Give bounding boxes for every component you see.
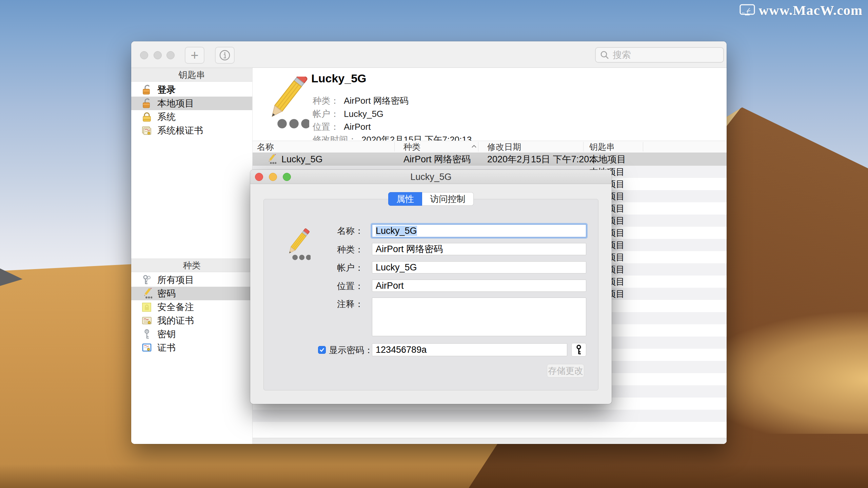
- sidebar-item-system-roots[interactable]: 系统根证书: [131, 124, 252, 137]
- table-row-empty: [253, 422, 727, 434]
- certificates-icon: [141, 125, 152, 136]
- table-header: 名称 种类 修改日期 钥匙串: [253, 141, 727, 153]
- info-icon: [219, 49, 231, 61]
- sidebar-item-system[interactable]: 系统: [131, 110, 252, 124]
- item-info-dialog: Lucky_5G 属性 访问控制 名称： Lucky_5G 种类： AirPor…: [250, 170, 612, 404]
- sidebar-item-local-items[interactable]: 本地项目: [131, 97, 252, 110]
- wallpaper-bottom-shade: [0, 464, 868, 488]
- name-field[interactable]: Lucky_5G: [372, 224, 586, 237]
- checkmark-icon: [319, 347, 325, 353]
- minimize-button[interactable]: [269, 173, 277, 181]
- detail-kind-row: 种类：AirPort 网络密码: [313, 95, 409, 107]
- password-pencil-icon-large: [258, 77, 309, 134]
- password-assistant-button[interactable]: [571, 343, 586, 357]
- close-button[interactable]: [255, 173, 263, 181]
- unlocked-padlock-icon: [141, 84, 152, 95]
- key-icon: [141, 329, 152, 340]
- plus-icon: +: [191, 48, 198, 63]
- window-toolbar: + 搜索: [131, 41, 727, 68]
- unlocked-padlock-icon: [141, 98, 152, 109]
- password-pencil-icon-small: [266, 154, 276, 164]
- zoom-button-inactive[interactable]: [166, 51, 175, 59]
- account-field[interactable]: Lucky_5G: [372, 261, 586, 273]
- sidebar-item-login[interactable]: 登录: [131, 83, 252, 97]
- search-placeholder: 搜索: [613, 49, 631, 61]
- my-cert-icon: [141, 315, 152, 326]
- kind-label: 种类：: [301, 243, 363, 256]
- dialog-titlebar: Lucky_5G: [250, 170, 612, 184]
- detail-account-row: 帐户：Lucky_5G: [313, 108, 383, 120]
- tab-attributes[interactable]: 属性: [388, 192, 422, 206]
- sidebar-item-all-items[interactable]: 所有项目: [131, 273, 252, 287]
- comments-field[interactable]: [372, 298, 586, 336]
- column-header-date[interactable]: 修改日期: [487, 141, 521, 152]
- selected-text: Lucky_5G: [376, 226, 417, 236]
- where-field[interactable]: AirPort: [372, 280, 586, 292]
- item-detail-header: Lucky_5G 种类：AirPort 网络密码 帐户：Lucky_5G 位置：…: [253, 68, 727, 141]
- get-info-button[interactable]: [215, 47, 235, 64]
- sidebar-item-passwords[interactable]: 密码: [131, 287, 252, 300]
- key-icon: [575, 345, 583, 355]
- search-input[interactable]: 搜索: [595, 47, 724, 63]
- watermark-text: www.MacW.com: [758, 2, 863, 18]
- where-label: 位置：: [301, 280, 363, 292]
- account-label: 帐户：: [301, 261, 363, 274]
- keys-icon: [141, 274, 152, 285]
- secure-note-icon: [141, 302, 152, 312]
- close-button-inactive[interactable]: [140, 51, 148, 59]
- column-divider[interactable]: [583, 142, 584, 151]
- column-divider[interactable]: [643, 142, 643, 151]
- watermark: www.MacW.com: [739, 2, 863, 18]
- minimize-button-inactive[interactable]: [154, 51, 162, 59]
- zoom-button[interactable]: [283, 173, 291, 181]
- item-title: Lucky_5G: [311, 72, 367, 85]
- password-pencil-icon: [141, 288, 152, 299]
- sort-ascending-icon: [471, 145, 477, 148]
- show-password-label: 显示密码：: [329, 344, 373, 357]
- sidebar-item-secure-notes[interactable]: 安全备注: [131, 300, 252, 314]
- detail-where-row: 位置：AirPort: [313, 121, 371, 133]
- add-item-button[interactable]: +: [185, 47, 204, 64]
- comments-label: 注释：: [301, 298, 363, 310]
- column-header-name[interactable]: 名称: [257, 141, 274, 152]
- dialog-tabs: 属性 访问控制: [250, 192, 612, 206]
- name-label: 名称：: [301, 224, 363, 237]
- password-field[interactable]: 123456789a: [372, 343, 567, 356]
- sidebar: 钥匙串 登录 本地项目 系统 系统根证书 种类: [131, 68, 253, 444]
- desktop-wallpaper: www.MacW.com + 搜索 钥匙串 登录: [0, 0, 868, 488]
- kind-field[interactable]: AirPort 网络密码: [372, 243, 586, 255]
- sidebar-item-my-certificates[interactable]: 我的证书: [131, 314, 252, 327]
- tab-access-control[interactable]: 访问控制: [422, 192, 474, 206]
- sidebar-item-keys[interactable]: 密钥: [131, 327, 252, 341]
- column-divider[interactable]: [478, 142, 478, 151]
- sidebar-keychains-header: 钥匙串: [131, 68, 252, 82]
- dialog-title: Lucky_5G: [250, 170, 612, 184]
- macw-screen-icon: [739, 4, 755, 16]
- save-changes-button[interactable]: 存储更改: [547, 364, 584, 378]
- column-header-kind[interactable]: 种类: [403, 141, 420, 152]
- column-header-keychain[interactable]: 钥匙串: [589, 141, 615, 152]
- search-icon: [600, 50, 609, 60]
- table-row-empty: [253, 410, 727, 422]
- table-row-selected[interactable]: Lucky_5G AirPort 网络密码 2020年2月15日 下午7:20:…: [253, 153, 727, 166]
- show-password-checkbox[interactable]: [318, 346, 326, 354]
- locked-padlock-icon: [141, 111, 152, 122]
- sidebar-item-certificates[interactable]: 证书: [131, 341, 252, 354]
- column-divider[interactable]: [394, 142, 395, 151]
- window-footer-bar: [253, 438, 727, 444]
- sidebar-category-header: 种类: [131, 259, 252, 272]
- cert-icon: [141, 342, 152, 353]
